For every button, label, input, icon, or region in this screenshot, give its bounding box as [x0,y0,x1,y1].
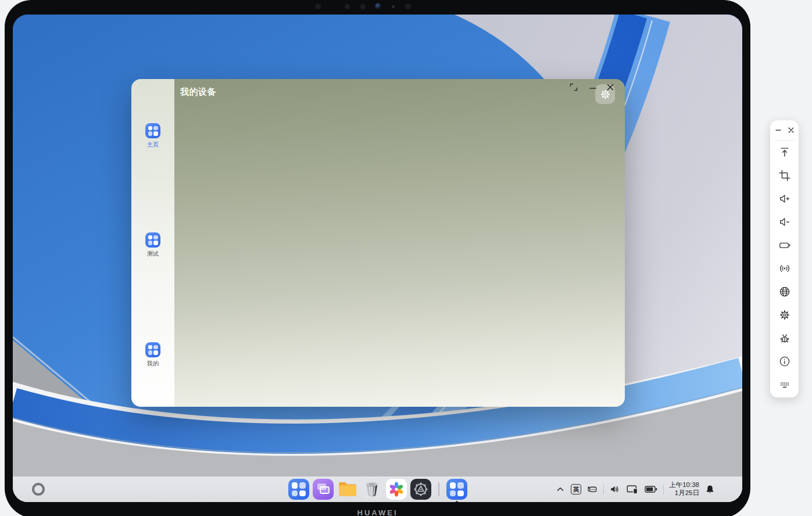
speaker-icon [609,483,621,495]
sidebar-item-test[interactable]: 测试 [131,232,174,258]
dock-item-dev-tools[interactable] [410,479,431,500]
bezel-sensor-dot [345,4,350,9]
battery-icon [644,483,658,495]
taskbar: 英 [13,476,742,502]
toolbar-minimize-icon[interactable] [774,126,782,134]
dock-item-my-device-running[interactable] [446,479,467,500]
dock-item-window-manager[interactable] [313,479,334,500]
app-grid-icon [288,479,309,500]
dock-item-files[interactable] [337,479,358,500]
window-title: 我的设备 [180,87,216,98]
bezel-camera-dot [375,3,381,9]
bezel-sensor-dot [315,3,321,9]
broadcast-button[interactable] [770,257,799,280]
app-grid-icon [145,123,160,138]
gallery-flower-icon [388,481,405,498]
clock-time: 上午10:38 [669,481,699,489]
keyboard-button[interactable] [770,373,799,396]
crop-icon [778,169,791,182]
dock-divider [438,482,439,496]
bezel-sensor-dot [360,4,366,9]
bell-icon [704,484,716,495]
dock-item-app-grid[interactable] [288,479,309,500]
screen-mirror-button[interactable] [626,483,639,496]
trash-icon [364,481,380,497]
sidebar-item-label: 我的 [147,360,159,368]
battery-indicator[interactable] [644,483,658,495]
my-device-window: 主页 测试 我的 我的设备 [131,79,625,407]
battery-icon [778,239,791,252]
clock[interactable]: 上午10:38 1月25日 [669,481,699,497]
volume-down-button[interactable] [770,210,799,234]
settings-icon [778,309,791,321]
globe-icon [778,285,791,298]
bug-report-button[interactable] [770,327,799,350]
toolbar-close-icon[interactable] [787,126,795,134]
dock [288,479,467,500]
tray-divider [603,485,604,494]
dev-gear-icon [412,481,430,498]
info-icon [778,355,791,368]
system-tray: 英 [555,476,716,502]
settings-button[interactable] [770,303,799,327]
input-switch-button[interactable] [586,483,598,495]
clock-date: 1月25日 [669,489,699,497]
launcher-ring-icon[interactable] [32,483,45,496]
bezel-sensor-dot [405,3,411,9]
app-grid-icon [446,479,467,500]
tray-divider [663,485,664,494]
broadcast-icon [778,262,791,275]
bezel-sensor-dot [392,5,395,8]
device-brand-logo: HUAWEI [5,508,750,516]
battery-button[interactable] [770,234,799,257]
window-sidebar: 主页 测试 我的 [131,79,174,407]
device-screen: 主页 测试 我的 我的设备 [13,15,742,502]
keyboard-icon [778,378,791,391]
volume-button[interactable] [609,483,621,495]
volume-up-icon [778,192,791,205]
chevron-up-icon [555,484,566,494]
fullscreen-icon[interactable] [569,83,578,92]
cast-toolbar [770,120,799,397]
upload-icon [778,146,791,159]
info-button[interactable] [770,350,799,373]
input-switch-icon [586,483,598,495]
bug-icon [778,332,791,345]
app-grid-icon [145,342,160,357]
sidebar-item-mine[interactable]: 我的 [131,342,174,368]
close-icon[interactable] [606,83,615,92]
sidebar-item-label: 测试 [147,250,159,258]
screen-mirror-icon [626,483,639,496]
upload-button[interactable] [770,141,799,164]
tray-expand-button[interactable] [555,484,566,494]
window-manager-icon [313,479,334,500]
running-indicator-dot [456,501,458,502]
sidebar-item-label: 主页 [147,141,159,149]
folder-icon [337,479,358,500]
crop-button[interactable] [770,164,799,187]
ime-indicator[interactable]: 英 [571,484,581,494]
tablet-device-frame: HUAWEI [5,0,750,516]
sidebar-item-home[interactable]: 主页 [131,123,174,149]
notifications-button[interactable] [704,484,716,495]
app-grid-icon [145,232,160,248]
minimize-icon[interactable] [588,84,598,93]
globe-button[interactable] [770,280,799,303]
dock-item-trash[interactable] [362,479,382,500]
dock-item-gallery[interactable] [386,479,407,500]
volume-up-button[interactable] [770,187,799,210]
volume-down-icon [778,216,791,228]
window-content [174,79,625,407]
